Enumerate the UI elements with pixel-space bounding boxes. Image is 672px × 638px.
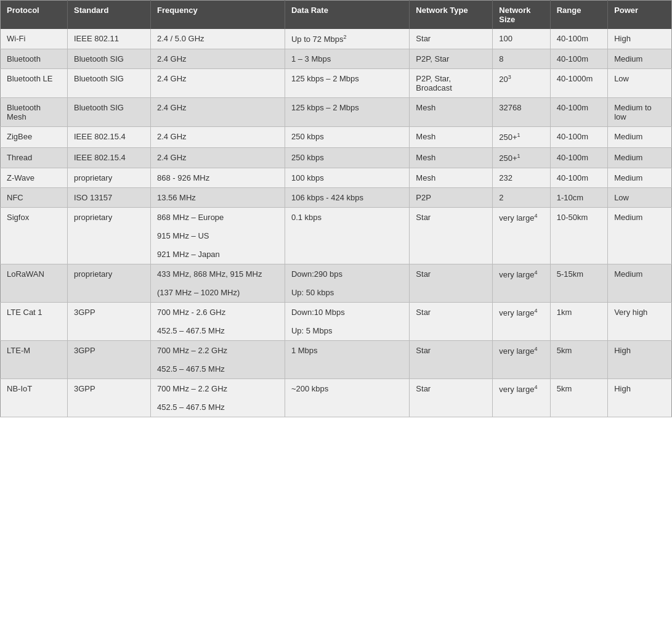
cell-power: Very high	[608, 302, 672, 340]
cell-standard: ISO 13157	[68, 187, 151, 207]
cell-frequency: 433 MHz, 868 MHz, 915 MHz(137 MHz – 1020…	[150, 264, 285, 302]
cell-range: 40-100m	[550, 147, 607, 168]
cell-netsize: very large4	[493, 378, 550, 417]
cell-nettype: Star	[410, 340, 493, 378]
cell-datarate: 125 kbps – 2 Mbps	[285, 69, 409, 98]
cell-datarate: 1 Mbps	[285, 340, 409, 378]
table-row: NB-IoT3GPP700 MHz – 2.2 GHz452.5 – 467.5…	[1, 378, 672, 417]
cell-protocol: NFC	[1, 187, 68, 207]
cell-netsize: 100	[493, 29, 550, 49]
cell-standard: 3GPP	[68, 378, 151, 417]
header-standard: Standard	[68, 1, 151, 30]
cell-frequency: 2.4 GHz	[150, 69, 285, 98]
cell-range: 5km	[550, 340, 607, 378]
cell-protocol: Bluetooth	[1, 49, 68, 69]
cell-protocol: ZigBee	[1, 127, 68, 147]
cell-power: Low	[608, 187, 672, 207]
header-frequency: Frequency	[150, 1, 285, 30]
cell-standard: Bluetooth SIG	[68, 49, 151, 69]
cell-netsize: 8	[493, 49, 550, 69]
cell-power: Medium to low	[608, 98, 672, 127]
cell-frequency: 700 MHz – 2.2 GHz452.5 – 467.5 MHz	[150, 340, 285, 378]
cell-power: Medium	[608, 127, 672, 147]
cell-netsize: 250+1	[493, 147, 550, 168]
cell-frequency: 868 MHz – Europe915 MHz – US921 MHz – Ja…	[150, 207, 285, 264]
cell-datarate: 250 kbps	[285, 127, 409, 147]
cell-frequency: 2.4 GHz	[150, 49, 285, 69]
cell-standard: Bluetooth SIG	[68, 98, 151, 127]
cell-nettype: Mesh	[410, 168, 493, 187]
cell-standard: 3GPP	[68, 340, 151, 378]
cell-power: Medium	[608, 168, 672, 187]
cell-datarate: Up to 72 Mbps2	[285, 29, 409, 49]
cell-standard: proprietary	[68, 168, 151, 187]
cell-frequency: 2.4 GHz	[150, 98, 285, 127]
cell-datarate: Down:10 MbpsUp: 5 Mbps	[285, 302, 409, 340]
cell-datarate: 0.1 kbps	[285, 207, 409, 264]
cell-power: Medium	[608, 49, 672, 69]
header-datarate: Data Rate	[285, 1, 409, 30]
cell-protocol: Wi-Fi	[1, 29, 68, 49]
cell-range: 5-15km	[550, 264, 607, 302]
cell-netsize: 203	[493, 69, 550, 98]
cell-power: Medium	[608, 264, 672, 302]
cell-protocol: Bluetooth LE	[1, 69, 68, 98]
cell-power: Low	[608, 69, 672, 98]
cell-netsize: 2	[493, 187, 550, 207]
table-row: Sigfoxproprietary868 MHz – Europe915 MHz…	[1, 207, 672, 264]
cell-range: 1km	[550, 302, 607, 340]
cell-standard: IEEE 802.15.4	[68, 127, 151, 147]
cell-range: 40-100m	[550, 127, 607, 147]
cell-datarate: 1 – 3 Mbps	[285, 49, 409, 69]
cell-range: 5km	[550, 378, 607, 417]
header-power: Power	[608, 1, 672, 30]
cell-netsize: very large4	[493, 207, 550, 264]
cell-nettype: Star	[410, 302, 493, 340]
cell-standard: Bluetooth SIG	[68, 69, 151, 98]
table-row: Bluetooth LEBluetooth SIG2.4 GHz125 kbps…	[1, 69, 672, 98]
cell-standard: 3GPP	[68, 302, 151, 340]
cell-power: Medium	[608, 147, 672, 168]
table-row: Wi-FiIEEE 802.112.4 / 5.0 GHzUp to 72 Mb…	[1, 29, 672, 49]
table-row: LTE-M3GPP700 MHz – 2.2 GHz452.5 – 467.5 …	[1, 340, 672, 378]
cell-datarate: 125 kbps – 2 Mbps	[285, 98, 409, 127]
cell-datarate: Down:290 bpsUp: 50 kbps	[285, 264, 409, 302]
cell-frequency: 2.4 / 5.0 GHz	[150, 29, 285, 49]
cell-datarate: ~200 kbps	[285, 378, 409, 417]
header-protocol: Protocol	[1, 1, 68, 30]
cell-netsize: very large4	[493, 302, 550, 340]
table-row: ZigBeeIEEE 802.15.42.4 GHz250 kbpsMesh25…	[1, 127, 672, 147]
cell-power: High	[608, 378, 672, 417]
cell-power: Medium	[608, 207, 672, 264]
cell-protocol: NB-IoT	[1, 378, 68, 417]
cell-standard: proprietary	[68, 207, 151, 264]
cell-protocol: LTE Cat 1	[1, 302, 68, 340]
cell-power: High	[608, 29, 672, 49]
cell-nettype: P2P	[410, 187, 493, 207]
table-row: BluetoothBluetooth SIG2.4 GHz1 – 3 MbpsP…	[1, 49, 672, 69]
cell-frequency: 2.4 GHz	[150, 147, 285, 168]
cell-nettype: P2P, Star, Broadcast	[410, 69, 493, 98]
cell-netsize: very large4	[493, 340, 550, 378]
cell-frequency: 13.56 MHz	[150, 187, 285, 207]
cell-nettype: Star	[410, 264, 493, 302]
cell-nettype: Star	[410, 207, 493, 264]
table-row: Bluetooth MeshBluetooth SIG2.4 GHz125 kb…	[1, 98, 672, 127]
table-header: Protocol Standard Frequency Data Rate Ne…	[1, 1, 672, 30]
cell-nettype: Star	[410, 378, 493, 417]
cell-nettype: Mesh	[410, 127, 493, 147]
cell-range: 1-10cm	[550, 187, 607, 207]
cell-nettype: Star	[410, 29, 493, 49]
cell-nettype: Mesh	[410, 98, 493, 127]
cell-netsize: 250+1	[493, 127, 550, 147]
header-range: Range	[550, 1, 607, 30]
cell-netsize: very large4	[493, 264, 550, 302]
cell-netsize: 32768	[493, 98, 550, 127]
table-row: LTE Cat 13GPP700 MHz - 2.6 GHz452.5 – 46…	[1, 302, 672, 340]
table-body: Wi-FiIEEE 802.112.4 / 5.0 GHzUp to 72 Mb…	[1, 29, 672, 417]
table-row: LoRaWANproprietary433 MHz, 868 MHz, 915 …	[1, 264, 672, 302]
cell-datarate: 106 kbps - 424 kbps	[285, 187, 409, 207]
cell-protocol: LoRaWAN	[1, 264, 68, 302]
cell-netsize: 232	[493, 168, 550, 187]
cell-nettype: P2P, Star	[410, 49, 493, 69]
